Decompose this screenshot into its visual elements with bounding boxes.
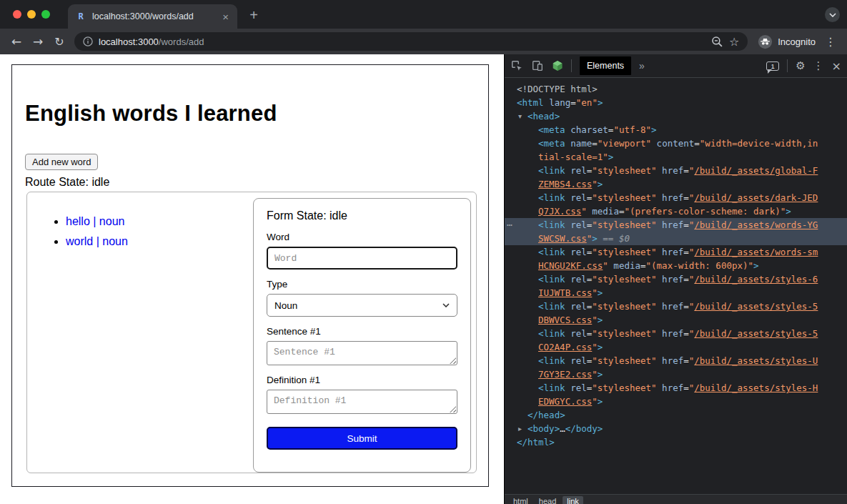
words-panel: hello | nounworld | noun Form State: idl… <box>26 192 477 473</box>
breadcrumb-item-html[interactable]: html <box>509 496 533 504</box>
devtools-menu-icon[interactable]: ⋮ <box>813 59 824 72</box>
browser-menu-icon[interactable]: ⋮ <box>820 31 841 51</box>
web-page: English words I learned Add new word Rou… <box>0 54 504 504</box>
extension-cube-icon[interactable] <box>552 60 563 71</box>
elements-tree: <!DOCTYPE html><html lang="en">▾<head><m… <box>505 79 847 494</box>
type-select[interactable]: Noun <box>267 294 457 317</box>
breadcrumb-item-link[interactable]: link <box>563 496 583 504</box>
inspect-element-icon[interactable] <box>510 59 523 72</box>
dom-node-line[interactable]: EDWGYC.css"> <box>505 395 847 408</box>
route-state-text: Route State: idle <box>25 176 488 189</box>
add-word-form: Form State: idle Word Type Noun Sentence… <box>253 198 471 473</box>
devtools-tab-elements[interactable]: Elements <box>580 56 631 75</box>
more-tabs-icon[interactable]: » <box>639 60 645 71</box>
word-link[interactable]: world | noun <box>66 235 128 247</box>
sentence-field <box>267 341 457 365</box>
page-title: English words I learned <box>25 101 488 127</box>
new-tab-button[interactable]: + <box>244 6 263 24</box>
url-text: localhost:3000/words/add <box>99 36 705 47</box>
devtools-settings-gear-icon[interactable]: ⚙ <box>796 59 805 72</box>
definition-field <box>267 390 457 414</box>
dom-node-line[interactable]: </head> <box>505 408 847 422</box>
chevron-down-icon <box>442 303 450 307</box>
dom-node-line[interactable]: </html> <box>505 435 847 449</box>
incognito-badge: Incognito <box>758 34 816 49</box>
dom-node-line[interactable]: <meta charset="utf-8"> <box>505 123 847 137</box>
devtools-breadcrumb: htmlheadlink <box>505 494 847 504</box>
issues-counter-icon[interactable]: 1 <box>766 61 779 71</box>
word-label: Word <box>267 232 457 242</box>
breadcrumb-item-head[interactable]: head <box>535 496 560 504</box>
back-button[interactable]: ← <box>6 31 27 51</box>
tab-strip: R localhost:3000/words/add × + <box>0 0 847 29</box>
collapse-arrow-icon[interactable]: ▸ <box>518 422 522 435</box>
dom-node-line[interactable]: <link rel="stylesheet" href="/build/_ass… <box>505 245 847 259</box>
form-state-text: Form State: idle <box>267 209 457 222</box>
devtools-panel: Elements » 1 ⚙ ⋮ × <!DOCTYPE html><html … <box>504 54 847 504</box>
dom-node-line[interactable]: <link rel="stylesheet" href="/build/_ass… <box>505 327 847 340</box>
dom-node-line[interactable]: <link rel="stylesheet" href="/build/_ass… <box>505 191 847 204</box>
window-controls <box>13 10 50 19</box>
zoom-icon[interactable] <box>711 36 723 48</box>
dom-node-line[interactable]: <meta name="viewport" content="width=dev… <box>505 137 847 150</box>
incognito-icon <box>758 34 773 49</box>
incognito-label: Incognito <box>778 36 816 47</box>
reload-button[interactable]: ↻ <box>49 31 70 51</box>
minimize-window-button[interactable] <box>27 10 36 19</box>
site-info-icon[interactable] <box>83 36 93 46</box>
word-link[interactable]: hello | noun <box>66 215 124 227</box>
chevron-down-icon <box>829 13 836 17</box>
url-host: localhost:3000 <box>99 36 159 47</box>
type-select-value: Noun <box>274 300 297 311</box>
dom-node-line[interactable]: <link rel="stylesheet" href="/build/_ass… <box>505 354 847 367</box>
dom-node-line[interactable]: Q7JX.css" media="(prefers-color-scheme: … <box>505 204 847 218</box>
dom-node-line[interactable]: <link rel="stylesheet" href="/build/_ass… <box>505 164 847 177</box>
close-window-button[interactable] <box>13 10 21 19</box>
dom-node-line[interactable]: <!DOCTYPE html> <box>505 82 847 96</box>
definition-input[interactable] <box>267 390 457 414</box>
fullscreen-window-button[interactable] <box>41 10 50 19</box>
url-path: /words/add <box>159 36 204 47</box>
bookmark-star-icon[interactable]: ☆ <box>729 35 739 49</box>
dom-node-line[interactable]: <link rel="stylesheet" href="/build/_ass… <box>505 381 847 395</box>
dom-node-line[interactable]: <html lang="en"> <box>505 96 847 109</box>
dom-node-line[interactable]: IUJWTB.css"> <box>505 286 847 300</box>
dom-node-line[interactable]: DBWVCS.css"> <box>505 313 847 327</box>
dom-node-line[interactable]: ▾<head> <box>505 109 847 123</box>
toolbar-divider <box>571 59 572 72</box>
forward-button[interactable]: → <box>27 31 49 51</box>
dom-node-line[interactable]: ⋯<link rel="stylesheet" href="/build/_as… <box>505 218 847 232</box>
dom-node-line[interactable]: <link rel="stylesheet" href="/build/_ass… <box>505 300 847 313</box>
devtools-toolbar: Elements » 1 ⚙ ⋮ × <box>505 54 847 78</box>
tab-title: localhost:3000/words/add <box>92 11 215 21</box>
dom-node-line[interactable]: 7GY3E2.css"> <box>505 367 847 381</box>
device-toolbar-icon[interactable] <box>531 59 544 72</box>
dom-node-line[interactable]: ZEMBS4.css"> <box>505 177 847 191</box>
node-menu-dots-icon[interactable]: ⋯ <box>507 218 512 232</box>
add-new-word-button[interactable]: Add new word <box>25 154 98 170</box>
browser-tab[interactable]: R localhost:3000/words/add × <box>68 4 237 29</box>
issues-count: 1 <box>771 62 774 70</box>
tab-search-button[interactable] <box>825 7 840 22</box>
dom-node-line[interactable]: ▸<body>…</body> <box>505 422 847 435</box>
browser-window: R localhost:3000/words/add × + ← → ↻ loc… <box>0 0 847 504</box>
type-label: Type <box>267 279 457 290</box>
dom-node-line[interactable]: CO2A4P.css"> <box>505 340 847 354</box>
definition-label: Definition #1 <box>267 375 457 385</box>
expand-arrow-icon[interactable]: ▾ <box>518 109 522 123</box>
submit-button[interactable]: Submit <box>267 427 457 450</box>
browser-toolbar: ← → ↻ localhost:3000/words/add ☆ Incogni… <box>0 29 847 54</box>
tab-close-icon[interactable]: × <box>221 11 230 22</box>
devtools-close-icon[interactable]: × <box>832 59 841 73</box>
page-container: English words I learned Add new word Rou… <box>11 64 489 487</box>
dom-node-line[interactable]: <link rel="stylesheet" href="/build/_ass… <box>505 272 847 286</box>
dom-node-line[interactable]: tial-scale=1"> <box>505 150 847 164</box>
address-bar[interactable]: localhost:3000/words/add ☆ <box>74 32 748 51</box>
dom-node-line[interactable]: HCNGU2KF.css" media="(max-width: 600px)"… <box>505 259 847 272</box>
dom-node-line[interactable]: SWCSW.css"> == $0 <box>505 232 847 245</box>
word-input[interactable] <box>267 247 457 270</box>
sentence-label: Sentence #1 <box>267 326 457 337</box>
toolbar-divider <box>787 59 788 72</box>
tab-favicon: R <box>75 11 86 22</box>
sentence-input[interactable] <box>267 341 457 365</box>
